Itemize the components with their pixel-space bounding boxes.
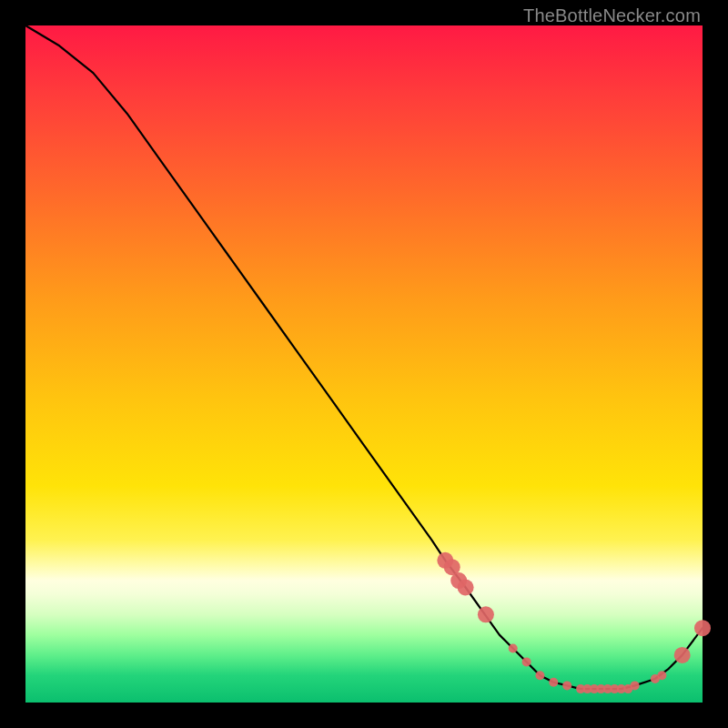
marker-dot xyxy=(694,620,711,636)
marker-layer xyxy=(437,552,711,693)
chart-plot-area xyxy=(25,25,703,703)
marker-dot xyxy=(631,681,640,690)
curve-layer xyxy=(25,25,703,689)
marker-dot xyxy=(509,644,518,653)
marker-dot xyxy=(478,606,494,622)
chart-stage: TheBottleNecker.com xyxy=(0,0,728,728)
marker-dot xyxy=(535,671,544,680)
marker-dot xyxy=(562,681,571,690)
chart-svg xyxy=(25,25,703,703)
marker-dot xyxy=(458,580,474,596)
marker-dot xyxy=(657,671,666,680)
bottleneck-curve-path xyxy=(25,25,703,689)
marker-dot xyxy=(549,678,558,687)
marker-dot xyxy=(522,657,531,666)
marker-dot xyxy=(674,647,691,663)
watermark-text: TheBottleNecker.com xyxy=(523,5,701,26)
